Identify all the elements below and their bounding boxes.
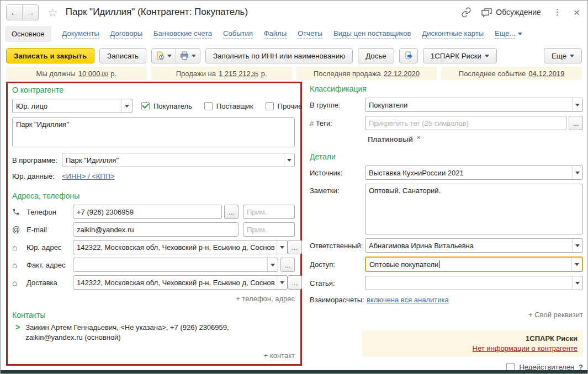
tab-documents[interactable]: Документы [62, 29, 99, 39]
checkbox-other[interactable]: Прочие [266, 102, 303, 110]
close-icon[interactable]: × [574, 7, 580, 18]
status-sales-value[interactable]: 1 215 212,35 [219, 70, 258, 78]
checkbox-supplier-box [204, 102, 213, 110]
delivery-address-ellipsis-button[interactable]: ... [288, 275, 302, 290]
group-dropdown[interactable] [572, 98, 582, 111]
contact-expand-icon[interactable]: > [15, 323, 20, 332]
access-select-focused[interactable]: Оптовые покупатели [365, 257, 583, 272]
spark-no-info-link[interactable]: Нет информации о контрагенте [473, 344, 578, 352]
classification-details-panel: Классификация В группе: Покупатели # Тег… [310, 82, 583, 371]
phone-ellipsis-button[interactable]: ... [224, 205, 239, 219]
window-menu-icon[interactable]: ⋮ [551, 7, 564, 17]
section-details-title: Детали [310, 152, 583, 161]
counterparty-name-field[interactable]: Парк "Идиллия" [12, 117, 295, 147]
spark-risks-button[interactable]: 1СПАРК Риски [423, 48, 497, 63]
tags-label: # Теги: [310, 119, 365, 127]
hash-icon: # [310, 119, 314, 127]
checkbox-buyer-label: Покупатель [153, 102, 192, 110]
chevron-down-icon [125, 105, 129, 108]
tag-remove-icon[interactable]: × [417, 134, 420, 141]
article-select[interactable] [365, 276, 583, 290]
add-phone-address-link[interactable]: + телефон, адрес [236, 295, 295, 303]
article-dropdown[interactable] [572, 276, 582, 290]
status-last-event-value[interactable]: 04.12.2019 [528, 70, 564, 78]
source-value: Выставка КухниРоссии 2021 [369, 169, 570, 177]
tags-input[interactable] [365, 116, 566, 130]
page-title: Парк "Идиллия" (Контрагент: Покупатель) [66, 7, 248, 18]
tab-contracts[interactable]: Договоры [110, 29, 142, 39]
print-button[interactable] [176, 49, 200, 63]
favorite-star-icon[interactable]: ☆ [47, 7, 58, 18]
tab-main[interactable]: Основное [5, 26, 51, 42]
group-select[interactable]: Покупатели [365, 98, 583, 112]
in-program-select[interactable]: Парк "Идиллия" [62, 153, 295, 167]
access-dropdown[interactable] [571, 258, 582, 271]
discussion-button[interactable]: Обсуждение [481, 8, 541, 17]
in-program-value: Парк "Идиллия" [66, 156, 282, 164]
add-contact-link[interactable]: + контакт [264, 351, 295, 360]
create-based-on-button[interactable] [152, 49, 176, 63]
status-we-owe: Мы должны 10 000,00 р. [6, 67, 147, 80]
email-input[interactable] [73, 222, 239, 237]
responsible-label: Ответственный: [310, 242, 365, 250]
tab-supplier-price-types[interactable]: Виды цен поставщиков [333, 29, 411, 39]
more-button[interactable]: Еще [544, 48, 582, 63]
legal-address-dropdown[interactable] [277, 241, 287, 254]
checkbox-other-label: Прочие [278, 102, 303, 110]
fact-address-select[interactable] [73, 258, 278, 272]
tags-ellipsis-button[interactable]: ... [569, 116, 583, 130]
settlements-link[interactable]: включена вся аналитика [367, 296, 449, 304]
contact-line[interactable]: Заикин Артем Геннадьевич, <Не указана>, … [25, 323, 242, 342]
settlements-label: Взаиморасчеты: [310, 296, 367, 304]
section-addresses-title: Адреса, телефоны [12, 191, 295, 200]
source-select[interactable]: Выставка КухниРоссии 2021 [365, 165, 583, 180]
legal-address-label: Юр. адрес [27, 243, 73, 252]
in-program-dropdown[interactable] [284, 153, 294, 167]
legal-address-ellipsis-button[interactable]: ... [288, 240, 302, 254]
about-counterparty-panel: О контрагенте Юр. лицо Покупатель Постав… [6, 82, 302, 366]
notes-field[interactable]: Оптовый. Санаторий. [365, 184, 583, 234]
dossier-button[interactable]: Досье [358, 48, 394, 63]
delivery-address-select[interactable]: 142322, Московская обл, Чеховский р-н, Е… [73, 275, 288, 290]
link-icon[interactable] [461, 7, 472, 18]
legal-data-link[interactable]: <ИНН> / <КПП> [62, 172, 115, 180]
add-custom-attribute-link[interactable]: + Свой реквизит [528, 311, 583, 319]
tab-more[interactable]: Еще... [495, 29, 522, 39]
checkbox-other-box [266, 102, 274, 110]
export-document-button[interactable] [399, 48, 418, 63]
tab-bank-accounts[interactable]: Банковские счета [153, 29, 212, 39]
save-and-close-button[interactable]: Записать и закрыть [6, 48, 94, 63]
fact-address-dropdown[interactable] [267, 258, 278, 271]
source-dropdown[interactable] [572, 166, 582, 179]
chevron-down-icon [575, 282, 580, 285]
entity-type-select[interactable]: Юр. лицо [12, 99, 133, 113]
chevron-down-icon [485, 55, 489, 57]
responsible-select[interactable]: Абнагимова Ирина Витальевна [365, 238, 583, 253]
fact-address-ellipsis-button[interactable]: ... [280, 258, 295, 272]
section-classification-title: Классификация [310, 84, 583, 93]
legal-address-select[interactable]: 142322, Московская обл, Чеховский р-н, Е… [73, 240, 288, 254]
discussion-bubble-icon [481, 8, 492, 17]
discussion-label: Обсуждение [496, 8, 541, 17]
tab-events[interactable]: События [223, 29, 253, 39]
checkbox-buyer[interactable]: Покупатель [141, 102, 192, 110]
forward-button[interactable]: → [23, 5, 38, 20]
entity-type-dropdown[interactable] [121, 99, 132, 113]
tab-discount-cards[interactable]: Дисконтные карты [422, 29, 484, 39]
chevron-down-icon [167, 55, 172, 57]
save-button[interactable]: Записать [99, 48, 146, 63]
chevron-down-icon [575, 244, 580, 247]
status-last-sale-value[interactable]: 22.12.2020 [384, 70, 420, 78]
checkbox-supplier[interactable]: Поставщик [204, 102, 253, 110]
phone-input[interactable] [73, 205, 222, 219]
email-note-input[interactable] [243, 222, 295, 237]
checkbox-buyer-box [141, 102, 150, 110]
phone-note-input[interactable] [243, 205, 295, 219]
fill-by-inn-button[interactable]: Заполнить по ИНН или наименованию [205, 48, 353, 63]
status-we-owe-value[interactable]: 10 000,00 [78, 70, 108, 78]
back-button[interactable]: ← [7, 5, 23, 20]
responsible-dropdown[interactable] [572, 239, 582, 252]
tab-files[interactable]: Файлы [264, 29, 287, 39]
tab-reports[interactable]: Отчеты [298, 29, 322, 39]
delivery-address-dropdown[interactable] [277, 276, 287, 289]
